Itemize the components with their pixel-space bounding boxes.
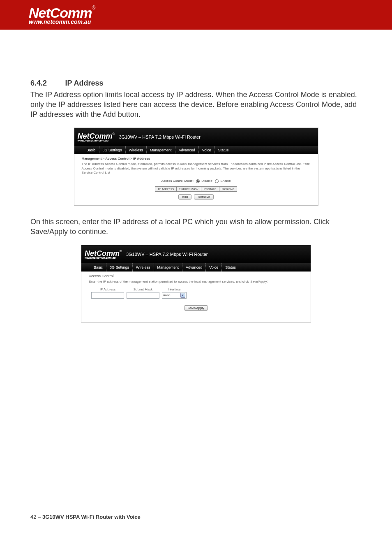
- nav-wireless[interactable]: Wireless: [125, 146, 147, 154]
- intro-paragraph: The IP Address option limits local acces…: [30, 90, 362, 119]
- document-header-bar: NetComm® www.netcomm.com.au: [0, 0, 392, 30]
- nav-advanced[interactable]: Advanced: [175, 146, 198, 154]
- nav2-basic[interactable]: Basic: [90, 263, 106, 272]
- interface-selected-value: none: [163, 293, 171, 297]
- ip-list-table: IP Address Subnet Mask Interface Remove: [155, 186, 237, 192]
- section-title: IP Address: [65, 79, 103, 87]
- router-logo-2: NetComm® www.netcomm.com.au: [85, 250, 122, 259]
- ip-address-input[interactable]: [91, 292, 124, 299]
- subnet-mask-input[interactable]: [127, 292, 159, 299]
- nav-voice[interactable]: Voice: [198, 146, 214, 154]
- registered-mark: ®: [92, 5, 96, 11]
- save-apply-button[interactable]: Save/Apply: [184, 305, 208, 311]
- interface-select[interactable]: none ▾: [162, 292, 187, 299]
- col-remove: Remove: [219, 186, 237, 191]
- nav-3g-settings[interactable]: 3G Settings: [99, 146, 125, 154]
- router-screenshot-ip-list: NetComm® www.netcomm.com.au 3G10WV – HSP…: [74, 128, 318, 206]
- section-heading: 6.4.2 IP Address: [30, 79, 362, 88]
- section-number: 6.4.2: [30, 79, 63, 88]
- access-control-heading: Access Control: [89, 274, 303, 278]
- nav-management[interactable]: Management: [146, 146, 175, 154]
- nav2-advanced[interactable]: Advanced: [182, 263, 205, 272]
- page-footer: 42 – 3G10WV HSPA Wi-Fi Router with Voice: [30, 512, 362, 520]
- remove-button[interactable]: Remove: [194, 194, 214, 200]
- nav2-status[interactable]: Status: [221, 263, 239, 272]
- enable-label: Enable: [220, 179, 231, 183]
- mode-description: The IP Address Access Control mode, if e…: [82, 162, 311, 175]
- access-control-mode-row: Access Control Mode: Disable Enable: [82, 179, 311, 183]
- router-nav: Basic 3G Settings Wireless Management Ad…: [74, 146, 318, 154]
- router-product-title: 3G10WV – HSPA 7.2 Mbps Wi-Fi Router: [119, 135, 200, 139]
- form-col-iface: Interface: [162, 288, 187, 291]
- router-nav-2: Basic 3G Settings Wireless Management Ad…: [81, 263, 311, 272]
- page-number: 42: [30, 514, 36, 520]
- add-button[interactable]: Add: [178, 194, 191, 200]
- col-interface: Interface: [201, 186, 219, 191]
- col-subnet: Subnet Mask: [176, 186, 201, 191]
- radio-disable[interactable]: [196, 179, 200, 183]
- nav2-3g-settings[interactable]: 3G Settings: [106, 263, 132, 272]
- router-header-2: NetComm® www.netcomm.com.au 3G10WV – HSP…: [81, 245, 311, 263]
- form-col-mask: Subnet Mask: [127, 288, 159, 291]
- router-screenshot-add-ip: NetComm® www.netcomm.com.au 3G10WV – HSP…: [81, 245, 311, 322]
- nav2-management[interactable]: Management: [154, 263, 182, 272]
- brand-logo: NetComm® www.netcomm.com.au: [29, 5, 95, 25]
- add-ip-form: IP Address Subnet Mask Interface none ▾: [89, 287, 189, 299]
- col-ip: IP Address: [155, 186, 177, 191]
- chevron-down-icon: ▾: [180, 293, 185, 298]
- mode-label: Access Control Mode:: [161, 179, 194, 183]
- breadcrumb: Management > Access Control > IP Address: [82, 157, 311, 160]
- router-header: NetComm® www.netcomm.com.au 3G10WV – HSP…: [74, 128, 318, 146]
- router-product-title-2: 3G10WV – HSPA 7.2 Mbps Wi-Fi Router: [126, 252, 208, 257]
- nav2-voice[interactable]: Voice: [205, 263, 221, 272]
- add-instruction: Enter the IP address of the management s…: [89, 280, 303, 284]
- radio-enable[interactable]: [215, 179, 219, 183]
- form-col-ip: IP Address: [91, 288, 124, 291]
- nav2-wireless[interactable]: Wireless: [132, 263, 154, 272]
- router-logo: NetComm® www.netcomm.com.au: [78, 132, 115, 142]
- brand-url: www.netcomm.com.au: [29, 19, 95, 25]
- instruction-paragraph: On this screen, enter the IP address of …: [30, 217, 362, 237]
- nav-status[interactable]: Status: [214, 146, 232, 154]
- nav-basic[interactable]: Basic: [83, 146, 99, 154]
- disable-label: Disable: [201, 179, 212, 183]
- footer-product: 3G10WV HSPA Wi-Fi Router with Voice: [42, 514, 141, 520]
